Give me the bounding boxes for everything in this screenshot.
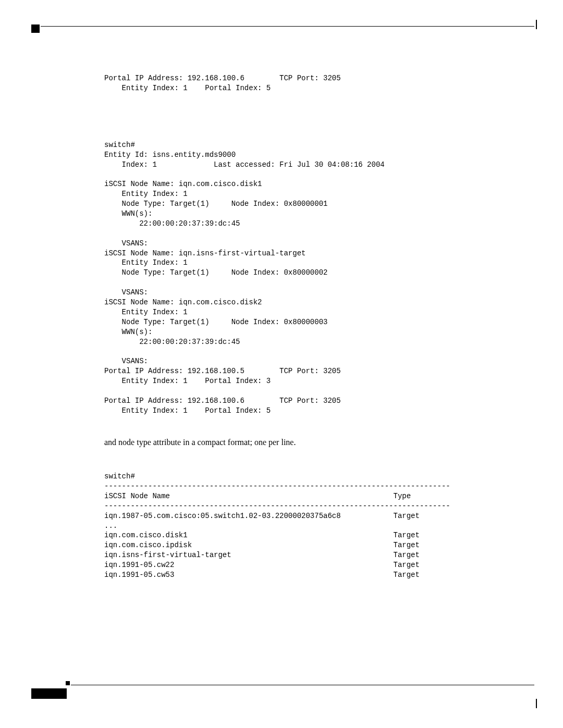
page-container: Portal IP Address: 192.168.100.6 TCP Por… xyxy=(31,26,532,702)
code-block-3: switch# --------------------------------… xyxy=(104,472,490,580)
bottom-rule xyxy=(71,685,534,685)
code-block-1: Portal IP Address: 192.168.100.6 TCP Por… xyxy=(104,73,490,93)
content-area: Portal IP Address: 192.168.100.6 TCP Por… xyxy=(31,27,532,580)
small-black-square xyxy=(66,681,70,685)
black-bar-bottom xyxy=(31,688,67,699)
crop-mark-bottom-right xyxy=(536,699,537,708)
body-text: and node type attribute in a compact for… xyxy=(104,437,490,448)
black-square-marker xyxy=(31,24,40,33)
code-block-2: switch# Entity Id: isns.entity.mds9000 I… xyxy=(104,140,490,416)
crop-mark-top-right xyxy=(536,20,537,29)
